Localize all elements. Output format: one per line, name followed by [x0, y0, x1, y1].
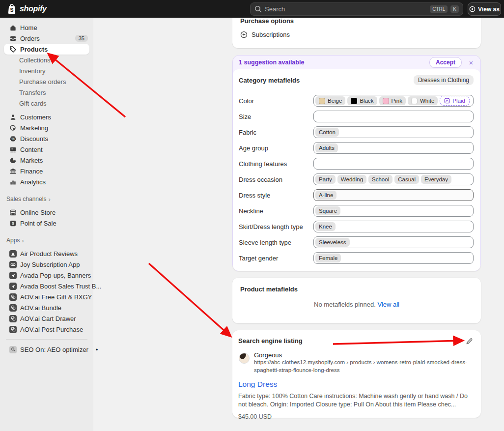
chip-white[interactable]: White — [408, 96, 438, 105]
sidebar-item-analytics[interactable]: Analytics — [0, 176, 93, 187]
orders-icon — [9, 35, 17, 42]
discounts-icon: % — [9, 135, 17, 143]
svg-text:S: S — [10, 7, 13, 13]
serp-site-name: Gorgeous — [254, 351, 475, 359]
empty-state-text: No metafields pinned. — [314, 301, 376, 308]
sidebar-app-avada-boost-sales[interactable]: Avada Boost Sales Trust B... — [0, 281, 93, 291]
svg-text:%: % — [11, 137, 14, 140]
chip-black[interactable]: Black — [347, 96, 377, 105]
home-icon — [9, 24, 17, 31]
sidebar-item-orders[interactable]: Orders 35 — [0, 33, 93, 44]
sidebar-item-markets[interactable]: $ Markets — [0, 155, 93, 166]
sidebar-app-air-product-reviews[interactable]: Air Product Reviews — [0, 248, 93, 259]
chip-adults[interactable]: Adults — [315, 144, 338, 152]
sidebar-nav: Home Orders 35 Products Collections Inve… — [0, 18, 93, 431]
sidebar-item-purchase-orders[interactable]: Purchase orders — [0, 76, 93, 87]
site-favicon — [239, 353, 250, 364]
sidebar-item-customers[interactable]: Customers — [0, 112, 93, 122]
edit-seo-button[interactable] — [464, 336, 474, 346]
sales-channels-header[interactable]: Sales channels — [0, 194, 93, 204]
chip-square[interactable]: Square — [315, 206, 340, 215]
products-tag-icon — [9, 46, 17, 53]
skirt-length-field[interactable]: Knee — [313, 221, 474, 232]
metafield-row-age-group: Age group Adults — [239, 142, 474, 154]
chip-pink[interactable]: Pink — [379, 96, 406, 105]
chip-school[interactable]: School — [368, 175, 392, 184]
add-subscriptions-row[interactable]: Subscriptions — [240, 31, 473, 38]
sidebar-item-discounts[interactable]: % Discounts — [0, 133, 93, 144]
arrow-to-search-listing — [149, 263, 230, 336]
search-icon — [254, 5, 262, 13]
sidebar-app-aov-bundle[interactable]: AOV.ai Bundle — [0, 302, 93, 313]
size-field[interactable] — [313, 111, 474, 122]
sidebar-item-collections[interactable]: Collections — [0, 55, 93, 65]
sidebar-divider — [6, 339, 87, 340]
metafield-row-skirt-length: Skirt/Dress length type Knee — [239, 221, 474, 232]
sidebar-item-point-of-sale[interactable]: S Point of Sale — [0, 218, 93, 229]
chip-knee[interactable]: Knee — [315, 222, 336, 231]
metafield-row-clothing-features: Clothing features — [239, 158, 474, 170]
sidebar-item-inventory[interactable]: Inventory — [0, 65, 93, 76]
suggested-chip-plaid[interactable]: Plaid — [440, 96, 470, 106]
eye-icon — [469, 6, 476, 12]
white-swatch — [411, 98, 418, 104]
sidebar-item-online-store[interactable]: Online Store — [0, 207, 93, 218]
chip-party[interactable]: Party — [315, 175, 336, 184]
apps-header[interactable]: Apps — [0, 235, 93, 245]
sidebar-item-home[interactable]: Home — [0, 22, 93, 33]
serp-page-title[interactable]: Long Dress — [238, 380, 473, 389]
sidebar-app-joy-subscription[interactable]: Joy Subscription App — [0, 259, 93, 270]
metafield-row-sleeve-length: Sleeve length type Sleeveless — [239, 236, 474, 248]
global-search-input[interactable]: Search CTRL K — [250, 2, 463, 16]
fabric-field[interactable]: Cotton — [313, 126, 474, 138]
sidebar-app-aov-cart-drawer[interactable]: AOV.ai Cart Drawer — [0, 313, 93, 324]
subscriptions-label: Subscriptions — [252, 31, 290, 38]
color-field[interactable]: Beige Black Pink White Plaid — [313, 95, 474, 107]
shopify-logo: S shopify — [7, 3, 47, 14]
chip-cotton[interactable]: Cotton — [315, 128, 339, 137]
sidebar-app-seo-on[interactable]: SEO On: AEO optimizer • — [0, 344, 93, 355]
sidebar-item-products[interactable]: Products — [4, 44, 89, 55]
sleeve-length-field[interactable]: Sleeveless — [313, 236, 474, 248]
sidebar-item-finance[interactable]: Finance — [0, 166, 93, 176]
view-all-link[interactable]: View all — [377, 301, 399, 308]
sidebar-item-content[interactable]: Content — [0, 144, 93, 155]
age-group-field[interactable]: Adults — [313, 142, 474, 154]
online-store-icon — [9, 209, 17, 216]
beige-swatch — [319, 98, 325, 104]
neckline-field[interactable]: Square — [313, 205, 474, 217]
sidebar-item-transfers[interactable]: Transfers — [0, 87, 93, 98]
chip-a-line[interactable]: A-line — [315, 191, 336, 200]
aov-free-gift-icon — [9, 293, 17, 301]
sidebar-item-gift-cards[interactable]: Gift cards — [0, 98, 93, 109]
view-as-button[interactable]: View as — [468, 2, 501, 16]
metafield-row-target-gender: Target gender Female — [239, 252, 474, 264]
sidebar-app-aov-free-gift[interactable]: AOV.ai Free Gift & BXGY — [0, 291, 93, 302]
sidebar-app-aov-post-purchase[interactable]: AOV.ai Post Purchase — [0, 324, 93, 335]
point-of-sale-icon: S — [9, 220, 17, 227]
chip-casual[interactable]: Casual — [394, 175, 419, 184]
clothing-features-field[interactable] — [313, 158, 474, 170]
category-metafields-title: Category metafields — [239, 77, 300, 84]
chip-sleeveless[interactable]: Sleeveless — [315, 238, 350, 247]
target-gender-field[interactable]: Female — [313, 252, 474, 264]
dress-style-field[interactable]: A-line — [313, 189, 474, 201]
dress-occasion-field[interactable]: Party Wedding School Casual Everyday — [313, 173, 474, 185]
suggestion-banner: 1 suggestion available Accept — [233, 56, 480, 69]
accept-suggestion-button[interactable]: Accept — [429, 57, 462, 68]
serp-price: $45.00 USD — [238, 413, 473, 420]
chip-beige[interactable]: Beige — [315, 96, 345, 105]
metafield-row-color: Color Beige Black Pink White Plaid — [239, 95, 474, 107]
serp-description: Fabric type: 100% Cotton Care instructio… — [238, 392, 475, 409]
sidebar-app-avada-popups[interactable]: Avada Pop-ups, Banners — [0, 270, 93, 281]
metafield-row-neckline: Neckline Square — [239, 205, 474, 217]
chip-everyday[interactable]: Everyday — [421, 175, 451, 184]
chip-wedding[interactable]: Wedding — [337, 175, 366, 184]
sidebar-item-marketing[interactable]: Marketing — [0, 122, 93, 133]
pencil-icon — [466, 338, 473, 345]
shortcut-k-key: K — [450, 5, 459, 13]
notification-dot: • — [96, 346, 98, 353]
close-suggestion-icon[interactable] — [467, 58, 476, 67]
chip-female[interactable]: Female — [315, 254, 341, 262]
customers-icon — [9, 114, 17, 121]
